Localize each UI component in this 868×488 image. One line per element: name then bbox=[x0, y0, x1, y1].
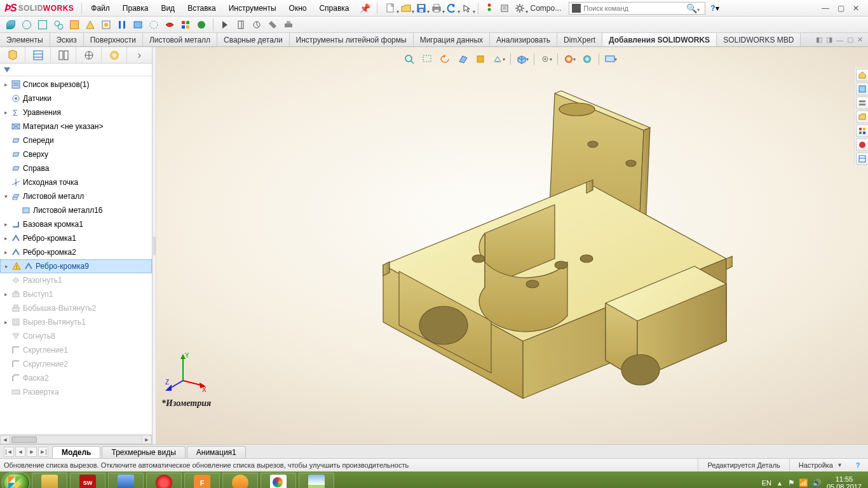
settings-gear-icon[interactable]: ▾ bbox=[513, 2, 527, 15]
search-icon[interactable]: 🔍▾ bbox=[684, 3, 702, 13]
tp-custom-props-icon[interactable] bbox=[856, 152, 868, 165]
view-prev-icon[interactable]: ◄ bbox=[15, 447, 25, 457]
taskbar-photos[interactable] bbox=[299, 473, 334, 488]
doc-restore-icon[interactable]: ▢ bbox=[847, 36, 853, 44]
fm-tab-dimxpert[interactable] bbox=[76, 47, 102, 63]
close-button[interactable]: ✕ bbox=[849, 3, 863, 14]
tool-icon-17[interactable] bbox=[266, 18, 280, 32]
feature-node[interactable]: ▸!Ребро-кромка9 bbox=[0, 259, 152, 273]
tray-show-hidden-icon[interactable]: ▲ bbox=[776, 480, 783, 487]
tool-icon-10[interactable] bbox=[147, 18, 161, 32]
feature-node[interactable]: ▸Материал <не указан> bbox=[0, 119, 152, 133]
tool-icon-14[interactable] bbox=[218, 18, 232, 32]
tool-icon-8[interactable] bbox=[115, 18, 129, 32]
feature-node[interactable]: ▸Справа bbox=[0, 161, 152, 175]
pin-icon[interactable]: 📌 bbox=[356, 3, 374, 13]
feature-node[interactable]: ▸Ребро-кромка1 bbox=[0, 231, 152, 245]
expander-icon[interactable]: ▾ bbox=[3, 193, 9, 200]
hud-zoom-area-icon[interactable] bbox=[420, 52, 435, 66]
feature-node[interactable]: ▸Согнуть8 bbox=[0, 329, 152, 343]
tab-surfaces[interactable]: Поверхности bbox=[84, 33, 143, 46]
expander-icon[interactable]: ▸ bbox=[3, 263, 10, 269]
view-first-icon[interactable]: |◄ bbox=[4, 447, 14, 457]
taskbar-fusion[interactable]: F bbox=[184, 473, 220, 488]
feature-node[interactable]: ▸Развертка bbox=[0, 385, 152, 399]
tray-language[interactable]: EN bbox=[762, 479, 771, 487]
taskbar-opera[interactable] bbox=[146, 473, 182, 488]
tool-icon-16[interactable] bbox=[250, 18, 264, 32]
scroll-track[interactable] bbox=[10, 435, 142, 444]
expander-icon[interactable]: ▸ bbox=[3, 81, 9, 88]
scroll-right-icon[interactable]: ► bbox=[142, 435, 152, 444]
hud-display-style-icon[interactable]: ▾ bbox=[515, 52, 530, 66]
fm-tab-display[interactable] bbox=[102, 47, 127, 63]
scroll-left-icon[interactable]: ◄ bbox=[0, 435, 10, 444]
fm-tab-feature[interactable] bbox=[0, 47, 25, 63]
hud-appearance-icon[interactable]: ▾ bbox=[562, 52, 577, 66]
status-help-icon[interactable]: ? bbox=[851, 461, 864, 469]
tab-mold-tools[interactable]: Инструменты литейной формы bbox=[290, 33, 414, 46]
hud-view-settings-icon[interactable]: ▾ bbox=[603, 52, 618, 66]
tool-icon-12[interactable] bbox=[179, 18, 193, 32]
taskbar-media[interactable] bbox=[222, 473, 258, 488]
minimize-button[interactable]: — bbox=[818, 3, 832, 14]
feature-node[interactable]: ▸Вырез-Вытянуть1 bbox=[0, 315, 152, 329]
feature-node[interactable]: ▸Ребро-кромка2 bbox=[0, 245, 152, 259]
hud-section-icon[interactable] bbox=[456, 52, 471, 66]
feature-node[interactable]: ▸Базовая кромка1 bbox=[0, 217, 152, 231]
fm-tab-property[interactable] bbox=[25, 47, 51, 63]
tab-analyze[interactable]: Анализировать bbox=[490, 33, 557, 46]
feature-node[interactable]: ▾Листовой металл bbox=[0, 189, 152, 203]
hud-orient-icon[interactable]: ▾ bbox=[491, 52, 506, 66]
expander-icon[interactable]: ▸ bbox=[3, 221, 9, 227]
help-icon[interactable]: ?▾ bbox=[710, 4, 727, 13]
doc-minimize-icon[interactable]: — bbox=[836, 36, 843, 44]
doc-next-icon[interactable]: ◨ bbox=[826, 36, 832, 44]
menu-insert[interactable]: Вставка bbox=[181, 0, 222, 16]
tool-icon-3[interactable] bbox=[36, 18, 50, 32]
tool-icon-11[interactable] bbox=[163, 18, 177, 32]
pane-splitter[interactable] bbox=[153, 47, 156, 444]
tool-icon-15[interactable] bbox=[234, 18, 248, 32]
search-input[interactable] bbox=[583, 4, 684, 12]
hud-dview-icon[interactable] bbox=[473, 52, 489, 66]
expander-icon[interactable]: ▸ bbox=[3, 249, 9, 255]
menu-edit[interactable]: Правка bbox=[116, 0, 155, 16]
print-icon[interactable]: ▾ bbox=[430, 2, 444, 15]
expander-icon[interactable]: ▸ bbox=[3, 235, 9, 241]
tp-resources-icon[interactable] bbox=[856, 83, 868, 95]
feature-node[interactable]: ▸Скругление1 bbox=[0, 343, 152, 357]
tool-icon-5[interactable] bbox=[67, 18, 81, 32]
feature-node[interactable]: ▸Исходная точка bbox=[0, 175, 152, 189]
tab-addins[interactable]: Добавления SOLIDWORKS bbox=[602, 33, 717, 46]
tray-action-center-icon[interactable]: ⚑ bbox=[788, 478, 795, 487]
maximize-button[interactable]: ▢ bbox=[834, 3, 848, 14]
scroll-thumb[interactable] bbox=[11, 437, 37, 443]
tray-volume-icon[interactable]: 🔊 bbox=[812, 478, 822, 487]
tab-3d-views[interactable]: Трехмерные виды bbox=[102, 446, 185, 458]
tool-icon-4[interactable] bbox=[51, 18, 65, 32]
save-icon[interactable]: ▾ bbox=[414, 2, 428, 15]
rebuild-icon[interactable] bbox=[482, 2, 496, 15]
tree-h-scrollbar[interactable]: ◄ ► bbox=[0, 434, 152, 444]
tool-icon-13[interactable] bbox=[194, 18, 208, 32]
start-button[interactable] bbox=[3, 473, 29, 488]
new-doc-icon[interactable]: ▾ bbox=[384, 2, 398, 15]
feature-node[interactable]: ▸Спереди bbox=[0, 133, 152, 147]
feature-node[interactable]: ▸Скругление2 bbox=[0, 357, 152, 371]
menu-file[interactable]: Файл bbox=[85, 0, 116, 16]
tab-dimxpert[interactable]: DimXpert bbox=[557, 33, 602, 46]
expander-icon[interactable]: ▸ bbox=[3, 109, 9, 116]
hud-prev-view-icon[interactable] bbox=[438, 52, 453, 66]
feature-node[interactable]: ▸Датчики bbox=[0, 92, 152, 105]
tab-data-migration[interactable]: Миграция данных bbox=[414, 33, 490, 46]
fm-tab-config[interactable] bbox=[51, 47, 76, 63]
tp-file-explorer-icon[interactable] bbox=[856, 111, 868, 123]
feature-node[interactable]: ▸Листовой металл16 bbox=[0, 203, 152, 217]
tp-appearances-icon[interactable] bbox=[856, 139, 868, 151]
select-icon[interactable]: ▾ bbox=[460, 2, 474, 15]
feature-node[interactable]: ▸Разогнуть1 bbox=[0, 273, 152, 287]
undo-icon[interactable]: ▾ bbox=[445, 2, 459, 15]
hud-zoom-fit-icon[interactable] bbox=[402, 52, 417, 66]
tool-icon-6[interactable] bbox=[83, 18, 97, 32]
